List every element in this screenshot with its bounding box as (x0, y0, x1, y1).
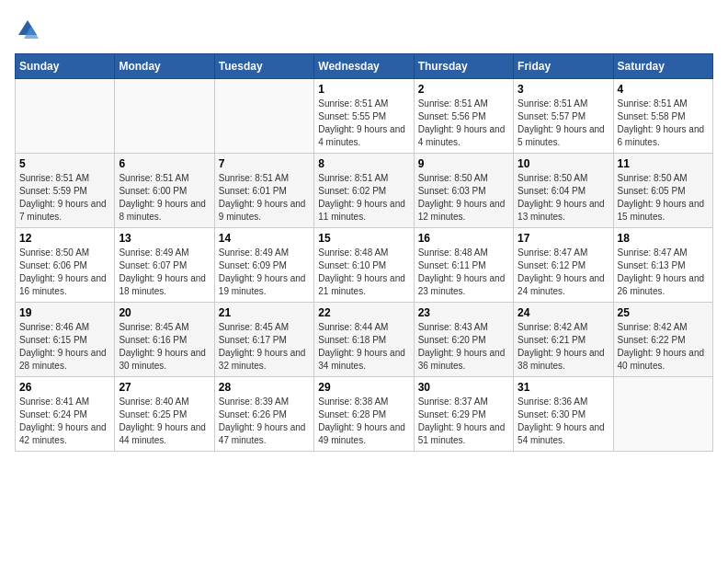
day-number: 18 (618, 232, 709, 245)
day-number: 24 (518, 306, 609, 319)
day-number: 6 (119, 157, 210, 170)
day-info: Sunrise: 8:51 AM Sunset: 5:55 PM Dayligh… (318, 98, 409, 149)
day-number: 22 (318, 306, 409, 319)
calendar-cell: 24Sunrise: 8:42 AM Sunset: 6:21 PM Dayli… (514, 303, 613, 377)
col-header-sunday: Sunday (16, 54, 115, 79)
day-info: Sunrise: 8:41 AM Sunset: 6:24 PM Dayligh… (19, 396, 110, 447)
day-number: 11 (618, 157, 709, 170)
day-number: 1 (318, 83, 409, 96)
day-number: 5 (19, 157, 110, 170)
calendar-cell: 28Sunrise: 8:39 AM Sunset: 6:26 PM Dayli… (214, 377, 313, 452)
calendar-cell: 14Sunrise: 8:49 AM Sunset: 6:09 PM Dayli… (214, 228, 313, 303)
calendar-cell: 18Sunrise: 8:47 AM Sunset: 6:13 PM Dayli… (613, 228, 712, 303)
day-info: Sunrise: 8:51 AM Sunset: 6:02 PM Dayligh… (318, 172, 409, 224)
calendar-cell: 1Sunrise: 8:51 AM Sunset: 5:55 PM Daylig… (314, 79, 414, 154)
calendar-cell: 23Sunrise: 8:43 AM Sunset: 6:20 PM Dayli… (414, 303, 513, 377)
day-info: Sunrise: 8:48 AM Sunset: 6:11 PM Dayligh… (418, 247, 509, 298)
day-info: Sunrise: 8:50 AM Sunset: 6:04 PM Dayligh… (518, 172, 609, 224)
day-number: 3 (518, 83, 609, 96)
day-number: 28 (219, 381, 310, 394)
day-info: Sunrise: 8:38 AM Sunset: 6:28 PM Dayligh… (318, 396, 409, 447)
day-number: 17 (518, 232, 609, 245)
calendar-cell: 16Sunrise: 8:48 AM Sunset: 6:11 PM Dayli… (414, 228, 513, 303)
calendar-cell: 6Sunrise: 8:51 AM Sunset: 6:00 PM Daylig… (115, 154, 214, 228)
calendar-cell: 11Sunrise: 8:50 AM Sunset: 6:05 PM Dayli… (613, 154, 712, 228)
page-header (15, 15, 713, 42)
calendar-cell: 12Sunrise: 8:50 AM Sunset: 6:06 PM Dayli… (16, 228, 115, 303)
day-number: 23 (418, 306, 509, 319)
week-row-2: 5Sunrise: 8:51 AM Sunset: 5:59 PM Daylig… (16, 154, 713, 228)
day-info: Sunrise: 8:36 AM Sunset: 6:30 PM Dayligh… (518, 396, 609, 447)
col-header-tuesday: Tuesday (214, 54, 313, 79)
day-info: Sunrise: 8:42 AM Sunset: 6:21 PM Dayligh… (518, 321, 609, 373)
calendar-cell: 15Sunrise: 8:48 AM Sunset: 6:10 PM Dayli… (314, 228, 414, 303)
day-number: 25 (618, 306, 709, 319)
day-number: 30 (418, 381, 509, 394)
day-info: Sunrise: 8:50 AM Sunset: 6:06 PM Dayligh… (19, 247, 110, 298)
calendar-cell: 9Sunrise: 8:50 AM Sunset: 6:03 PM Daylig… (414, 154, 513, 228)
calendar-cell: 3Sunrise: 8:51 AM Sunset: 5:57 PM Daylig… (514, 79, 613, 154)
day-number: 4 (618, 83, 709, 96)
calendar-cell: 22Sunrise: 8:44 AM Sunset: 6:18 PM Dayli… (314, 303, 414, 377)
calendar-cell: 26Sunrise: 8:41 AM Sunset: 6:24 PM Dayli… (16, 377, 115, 452)
day-number: 20 (119, 306, 210, 319)
day-number: 8 (318, 157, 409, 170)
col-header-monday: Monday (115, 54, 214, 79)
day-info: Sunrise: 8:39 AM Sunset: 6:26 PM Dayligh… (219, 396, 310, 447)
day-info: Sunrise: 8:51 AM Sunset: 5:56 PM Dayligh… (418, 98, 509, 149)
day-info: Sunrise: 8:45 AM Sunset: 6:17 PM Dayligh… (219, 321, 310, 373)
col-header-thursday: Thursday (414, 54, 513, 79)
day-info: Sunrise: 8:47 AM Sunset: 6:12 PM Dayligh… (518, 247, 609, 298)
day-info: Sunrise: 8:50 AM Sunset: 6:05 PM Dayligh… (618, 172, 709, 224)
calendar-cell: 5Sunrise: 8:51 AM Sunset: 5:59 PM Daylig… (16, 154, 115, 228)
logo (15, 15, 44, 42)
calendar-cell: 8Sunrise: 8:51 AM Sunset: 6:02 PM Daylig… (314, 154, 414, 228)
logo-icon (15, 17, 40, 42)
calendar-cell: 25Sunrise: 8:42 AM Sunset: 6:22 PM Dayli… (613, 303, 712, 377)
day-number: 21 (219, 306, 310, 319)
calendar-cell: 13Sunrise: 8:49 AM Sunset: 6:07 PM Dayli… (115, 228, 214, 303)
day-number: 14 (219, 232, 310, 245)
day-number: 27 (119, 381, 210, 394)
day-info: Sunrise: 8:43 AM Sunset: 6:20 PM Dayligh… (418, 321, 509, 373)
day-number: 12 (19, 232, 110, 245)
calendar-header-row: SundayMondayTuesdayWednesdayThursdayFrid… (16, 54, 713, 79)
day-info: Sunrise: 8:51 AM Sunset: 6:00 PM Dayligh… (119, 172, 210, 224)
week-row-4: 19Sunrise: 8:46 AM Sunset: 6:15 PM Dayli… (16, 303, 713, 377)
day-number: 13 (119, 232, 210, 245)
col-header-wednesday: Wednesday (314, 54, 414, 79)
calendar-cell: 27Sunrise: 8:40 AM Sunset: 6:25 PM Dayli… (115, 377, 214, 452)
day-info: Sunrise: 8:48 AM Sunset: 6:10 PM Dayligh… (318, 247, 409, 298)
week-row-1: 1Sunrise: 8:51 AM Sunset: 5:55 PM Daylig… (16, 79, 713, 154)
calendar-cell (115, 79, 214, 154)
day-info: Sunrise: 8:37 AM Sunset: 6:29 PM Dayligh… (418, 396, 509, 447)
col-header-saturday: Saturday (613, 54, 712, 79)
day-number: 29 (318, 381, 409, 394)
day-info: Sunrise: 8:51 AM Sunset: 5:58 PM Dayligh… (618, 98, 709, 149)
calendar-table: SundayMondayTuesdayWednesdayThursdayFrid… (15, 53, 713, 452)
calendar-cell: 20Sunrise: 8:45 AM Sunset: 6:16 PM Dayli… (115, 303, 214, 377)
week-row-5: 26Sunrise: 8:41 AM Sunset: 6:24 PM Dayli… (16, 377, 713, 452)
day-number: 7 (219, 157, 310, 170)
calendar-cell: 21Sunrise: 8:45 AM Sunset: 6:17 PM Dayli… (214, 303, 313, 377)
day-number: 26 (19, 381, 110, 394)
day-info: Sunrise: 8:46 AM Sunset: 6:15 PM Dayligh… (19, 321, 110, 373)
day-info: Sunrise: 8:51 AM Sunset: 6:01 PM Dayligh… (219, 172, 310, 224)
calendar-cell (16, 79, 115, 154)
calendar-cell: 7Sunrise: 8:51 AM Sunset: 6:01 PM Daylig… (214, 154, 313, 228)
calendar-cell: 10Sunrise: 8:50 AM Sunset: 6:04 PM Dayli… (514, 154, 613, 228)
day-info: Sunrise: 8:51 AM Sunset: 5:57 PM Dayligh… (518, 98, 609, 149)
day-info: Sunrise: 8:47 AM Sunset: 6:13 PM Dayligh… (618, 247, 709, 298)
week-row-3: 12Sunrise: 8:50 AM Sunset: 6:06 PM Dayli… (16, 228, 713, 303)
calendar-cell: 30Sunrise: 8:37 AM Sunset: 6:29 PM Dayli… (414, 377, 513, 452)
calendar-cell (214, 79, 313, 154)
day-number: 31 (518, 381, 609, 394)
calendar-cell (613, 377, 712, 452)
calendar-cell: 2Sunrise: 8:51 AM Sunset: 5:56 PM Daylig… (414, 79, 513, 154)
col-header-friday: Friday (514, 54, 613, 79)
day-info: Sunrise: 8:49 AM Sunset: 6:09 PM Dayligh… (219, 247, 310, 298)
calendar-cell: 29Sunrise: 8:38 AM Sunset: 6:28 PM Dayli… (314, 377, 414, 452)
day-number: 16 (418, 232, 509, 245)
day-number: 9 (418, 157, 509, 170)
day-number: 2 (418, 83, 509, 96)
